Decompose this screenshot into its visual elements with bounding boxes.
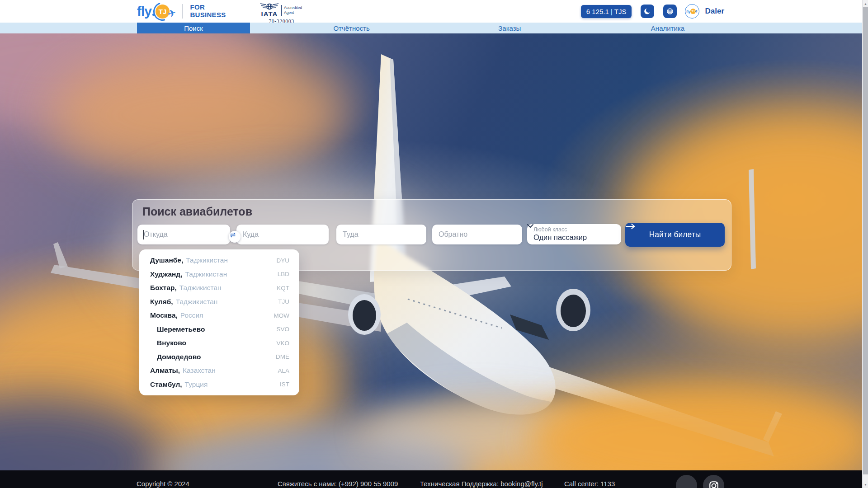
copyright-text: Copyright © 2024 (137, 480, 189, 488)
dropdown-option-istanbul[interactable]: Стамбул, Турция IST (139, 378, 299, 392)
instagram-icon (708, 480, 719, 488)
main-nav: Поиск Отчётность Заказы Аналитика (0, 23, 862, 33)
header-actions: 6 125.1 | TJS flyTJ✈ (581, 0, 724, 23)
city-autocomplete-dropdown: Душанбе, Таджикистан DYU Худжанд, Таджик… (139, 249, 299, 395)
call-center: Call center: 1133 (564, 480, 615, 488)
hero-section: Поиск авиабилетов Любой класс Один пасса… (0, 33, 862, 470)
user-avatar[interactable]: flyTJ✈ (685, 4, 699, 19)
passengers-value: Один пассажир (533, 233, 615, 242)
search-tickets-button[interactable]: Найти билеты (625, 223, 725, 247)
depart-date-input[interactable] (336, 225, 426, 244)
scroll-down-arrow[interactable]: ▼ (863, 481, 868, 488)
dropdown-option-moscow[interactable]: Москва, Россия MOW (139, 309, 299, 323)
dropdown-option-vnukovo[interactable]: Внуково VKO (139, 336, 299, 350)
vertical-scrollbar[interactable]: ▲ ▼ (862, 0, 868, 488)
destination-input[interactable] (236, 225, 329, 244)
dropdown-option-domodedovo[interactable]: Домодедово DME (139, 350, 299, 364)
chevron-down-icon (527, 224, 533, 228)
facebook-button[interactable]: f (676, 475, 697, 488)
arrow-right-icon (625, 223, 636, 230)
tab-reports[interactable]: Отчётность (295, 23, 408, 33)
dropdown-option-bokhtar[interactable]: Бохтар, Таджикистан KQT (139, 281, 299, 295)
globe-icon (665, 7, 675, 16)
iata-label: IATA (261, 10, 278, 18)
instagram-button[interactable] (703, 475, 724, 488)
moon-icon (643, 7, 651, 15)
dropdown-option-sheremetyevo[interactable]: Шереметьево SVO (139, 323, 299, 337)
search-title: Поиск авиабилетов (142, 205, 252, 218)
origin-input[interactable] (137, 225, 230, 244)
contact-phone[interactable]: Свяжитесь с нами: (+992) 900 55 9009 (278, 480, 398, 488)
iata-accreditation: IATA Accredited Agent 70-320003 (260, 3, 303, 25)
user-name[interactable]: Daler (705, 7, 724, 16)
iata-agent-label: Accredited Agent (284, 5, 302, 15)
balance-badge[interactable]: 6 125.1 | TJS (581, 5, 632, 18)
class-passengers-select[interactable]: Любой класс Один пассажир (527, 224, 621, 244)
swap-arrows-icon (229, 231, 237, 239)
for-business-label: FOR BUSINESS (190, 4, 226, 19)
tab-search[interactable]: Поиск (137, 23, 250, 33)
tab-orders[interactable]: Заказы (453, 23, 566, 33)
scrollbar-thumb[interactable] (863, 7, 868, 474)
swap-direction-button[interactable] (229, 231, 241, 243)
dropdown-option-khujand[interactable]: Худжанд, Таджикистан LBD (139, 267, 299, 282)
dropdown-option-almaty[interactable]: Алматы, Казахстан ALA (139, 364, 299, 378)
support-email[interactable]: Техническая Поддержка: booking@fly.tj (420, 480, 543, 488)
brand-logo[interactable]: fly TJ ✈ FOR BUSINESS (137, 0, 226, 23)
return-date-input[interactable] (432, 225, 522, 244)
dropdown-option-kulob[interactable]: Куляб, Таджикистан TJU (139, 295, 299, 309)
tab-analytics[interactable]: Аналитика (611, 23, 724, 33)
logo-fly-text: fly (137, 4, 151, 19)
top-header: fly TJ ✈ FOR BUSINESS (0, 0, 862, 23)
dropdown-option-dushanbe[interactable]: Душанбе, Таджикистан DYU (139, 253, 299, 267)
header-divider (182, 4, 183, 19)
text-caret (143, 230, 144, 239)
footer: Copyright © 2024 Свяжитесь с нами: (+992… (0, 470, 862, 488)
scroll-up-arrow[interactable]: ▲ (863, 0, 868, 7)
class-label: Любой класс (533, 226, 615, 233)
page: fly TJ ✈ FOR BUSINESS (0, 0, 868, 488)
dark-mode-button[interactable] (641, 5, 654, 18)
language-button[interactable] (663, 5, 677, 18)
